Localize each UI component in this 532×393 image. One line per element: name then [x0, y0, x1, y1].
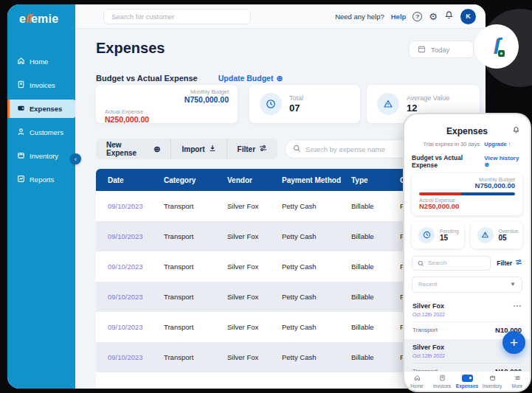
- wallet-icon: [462, 375, 473, 382]
- cell-category: Transport: [164, 323, 227, 331]
- cell-vendor: Silver Fox: [227, 323, 282, 331]
- sidebar-item-inventory[interactable]: Inventory: [7, 147, 75, 165]
- item-category: Transport: [412, 327, 438, 333]
- col-header-payment: Payment Method: [282, 176, 351, 184]
- invoice-icon: [17, 80, 25, 90]
- sidebar: eſſemie Home Invoices Expenses Customers: [7, 4, 75, 389]
- overdue-card: Overdue 05: [471, 222, 523, 248]
- sidebar-collapse-button[interactable]: ‹: [70, 153, 81, 164]
- item-vendor: Silver Fox: [412, 302, 444, 310]
- sidebar-item-customers[interactable]: Customers: [7, 123, 75, 142]
- hamburger-icon: [514, 375, 521, 382]
- sidebar-item-reports[interactable]: Reports: [7, 170, 75, 189]
- calendar-icon: [418, 45, 426, 55]
- budget-progress-bar: [419, 192, 515, 195]
- new-expense-label: New Expense: [106, 141, 150, 157]
- sidebar-item-label: Inventory: [30, 152, 58, 160]
- avatar[interactable]: K: [460, 9, 476, 24]
- nav-item-more[interactable]: More: [505, 372, 530, 391]
- cell-date: 09/10/2023: [108, 293, 164, 301]
- nav-label: Invoices: [433, 383, 451, 389]
- sidebar-item-label: Customers: [30, 128, 63, 136]
- mobile-sort-select[interactable]: Recent ▼: [412, 277, 522, 293]
- nav-label: More: [512, 383, 523, 389]
- cell-category: Transport: [164, 293, 227, 301]
- expense-search-box: [285, 139, 418, 159]
- toolbar-button-group: New Expense⊕ Import Filter: [96, 139, 277, 159]
- cell-vendor: Silver Fox: [227, 262, 282, 271]
- monthly-budget-value: N750,000.00: [419, 182, 515, 190]
- cell-date: 09/10/2023: [108, 323, 164, 331]
- cell-type: Billable: [351, 293, 400, 301]
- sidebar-item-invoices[interactable]: Invoices: [7, 76, 75, 94]
- nav-item-expenses[interactable]: Expenses: [455, 372, 480, 391]
- trial-text: Trial expires in 30 days: [423, 141, 480, 147]
- home-icon: [414, 375, 421, 382]
- update-budget-link[interactable]: Update Budget⊕: [218, 74, 283, 83]
- update-budget-label: Update Budget: [218, 74, 274, 83]
- item-date: Oct 12th 2022: [412, 353, 522, 358]
- monthly-budget-label: Monthly Budget: [105, 88, 229, 95]
- pending-label: Pending: [440, 229, 459, 234]
- search-icon: [418, 257, 424, 270]
- logo-accent: ſſ: [26, 13, 31, 25]
- nav-label: Inventory: [483, 383, 502, 389]
- chart-icon: [17, 175, 25, 184]
- sidebar-item-label: Home: [30, 58, 48, 66]
- box-icon: [17, 151, 25, 161]
- budget-section-header: Budget vs Actual Expense Update Budget⊕: [96, 74, 283, 83]
- nav-label: Expenses: [456, 383, 478, 389]
- budget-section-label: Budget vs Actual Expense: [96, 74, 198, 83]
- mobile-bottom-nav: Home Invoices Expenses Inventory More: [404, 371, 530, 391]
- screen: eſſemie Home Invoices Expenses Customers: [0, 0, 532, 393]
- cell-date: 09/10/2023: [108, 353, 164, 361]
- sidebar-item-label: Expenses: [30, 105, 62, 113]
- nav-item-inventory[interactable]: Inventory: [480, 372, 505, 391]
- more-options-icon[interactable]: •••: [514, 302, 522, 309]
- cell-date: 09/10/2023: [108, 232, 164, 240]
- sidebar-item-label: Invoices: [30, 81, 55, 89]
- overdue-value: 05: [499, 234, 519, 242]
- mobile-filter-button[interactable]: Filter: [497, 259, 522, 267]
- nav-item-invoices[interactable]: Invoices: [429, 372, 455, 391]
- expense-search-input[interactable]: [305, 145, 401, 153]
- upgrade-link[interactable]: Upgrade ↑: [484, 141, 511, 147]
- help-link[interactable]: Help: [391, 13, 407, 21]
- col-header-vendor: Vendor: [227, 176, 282, 184]
- box-icon: [489, 375, 496, 382]
- new-expense-button[interactable]: New Expense⊕: [96, 139, 171, 159]
- customer-search-input[interactable]: [103, 9, 251, 24]
- search-icon: [293, 142, 301, 156]
- view-history-link[interactable]: View history ⊕: [484, 155, 522, 168]
- cell-type: Billable: [351, 262, 400, 271]
- date-filter-button[interactable]: Today: [409, 41, 474, 58]
- wallet-icon: [17, 104, 25, 114]
- gear-icon[interactable]: ⚙: [429, 12, 438, 21]
- cell-type: Billable: [351, 353, 400, 361]
- page-title: Expenses: [96, 40, 165, 57]
- warning-triangle-icon: [377, 93, 399, 115]
- sidebar-item-label: Reports: [30, 175, 54, 184]
- add-expense-fab[interactable]: +: [502, 331, 525, 354]
- sidebar-item-home[interactable]: Home: [7, 52, 75, 71]
- question-icon[interactable]: ?: [412, 12, 422, 21]
- mobile-search-input[interactable]: [428, 260, 480, 266]
- brand-badge: ſſ: [474, 24, 519, 69]
- app-logo: eſſemie: [7, 4, 75, 26]
- chevron-down-icon: ▼: [510, 281, 516, 288]
- import-button[interactable]: Import: [171, 139, 227, 159]
- sidebar-item-expenses[interactable]: Expenses: [7, 100, 75, 118]
- cell-category: Transport: [164, 202, 227, 210]
- cell-date: 09/10/2023: [108, 202, 164, 210]
- cell-type: Billable: [351, 202, 400, 210]
- clock-icon: [418, 227, 435, 243]
- nav-label: Home: [410, 383, 423, 389]
- help-prompt-text: Need any help?: [335, 13, 384, 21]
- bell-icon[interactable]: [512, 124, 520, 137]
- total-value: 07: [289, 102, 303, 114]
- bell-icon[interactable]: [444, 10, 454, 23]
- cell-payment: Petty Cash: [282, 262, 351, 271]
- cell-payment: Petty Cash: [282, 323, 351, 331]
- chevron-left-icon: ‹: [75, 156, 77, 163]
- filter-button[interactable]: Filter: [227, 139, 277, 159]
